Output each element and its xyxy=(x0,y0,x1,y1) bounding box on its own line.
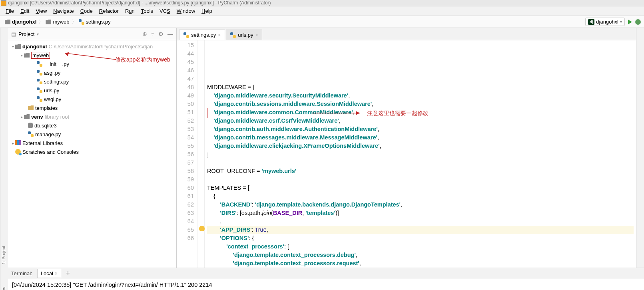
chevron-down-icon: ▾ xyxy=(620,20,622,24)
breadcrumb-package[interactable]: myweb xyxy=(44,18,71,26)
tree-file-manage[interactable]: manage.py xyxy=(8,130,176,139)
run-config-label: djangohxl xyxy=(596,19,618,25)
highlight-box xyxy=(207,108,308,118)
python-icon xyxy=(37,87,42,93)
close-icon[interactable]: × xyxy=(218,32,221,38)
breadcrumb-project[interactable]: djangohxl xyxy=(3,18,38,26)
tree-file[interactable]: asgi.py xyxy=(8,68,176,77)
terminal-output[interactable]: [04/Jun/2024 15:20:35] "GET /admin/login… xyxy=(8,279,644,290)
python-icon xyxy=(28,131,34,137)
chevron-icon: 〉 xyxy=(72,19,76,25)
run-config-selector[interactable]: dj djangohxl ▾ xyxy=(585,18,625,26)
project-panel: ▤ Project ▾ ⊕ ÷ ⚙ — ▾djangohxlC:\Users\A… xyxy=(8,28,177,268)
folder-icon xyxy=(15,44,21,49)
python-icon xyxy=(79,19,84,25)
python-icon xyxy=(37,70,42,75)
chevron-down-icon[interactable]: ▾ xyxy=(37,32,39,36)
menu-navigate[interactable]: Navigate xyxy=(50,7,77,15)
python-icon xyxy=(230,32,236,38)
chevron-down-icon[interactable]: ▾ xyxy=(10,44,15,49)
tree-file[interactable]: urls.py xyxy=(8,86,176,95)
project-tree: ▾djangohxlC:\Users\Administrator\Pycharm… xyxy=(8,40,176,268)
tab-settings[interactable]: settings.py× xyxy=(179,30,225,40)
editor-area: settings.py× urls.py× 154445464748495051… xyxy=(177,28,636,268)
folder-icon xyxy=(46,20,51,24)
code-editor[interactable]: 1544454647484950515253545556575859606162… xyxy=(177,40,636,268)
folder-icon xyxy=(24,114,30,119)
python-icon xyxy=(37,61,42,67)
library-icon xyxy=(15,140,21,146)
database-icon xyxy=(28,123,33,128)
expand-icon[interactable]: ÷ xyxy=(151,31,154,37)
tree-external-libs[interactable]: ▸External Libraries xyxy=(8,139,176,147)
debug-button[interactable] xyxy=(635,19,641,25)
navigation-bar: djangohxl 〉 myweb 〉 settings.py dj djang… xyxy=(0,16,644,28)
project-view-icon: ▤ xyxy=(11,31,16,37)
line-number-gutter: 1544454647484950515253545556575859606162… xyxy=(177,40,197,268)
terminal-tab-local[interactable]: Local× xyxy=(37,269,61,278)
tab-label: settings.py xyxy=(191,32,216,38)
tab-urls[interactable]: urls.py× xyxy=(226,30,262,40)
annotation-text: 注意这里也需要一起修改 xyxy=(367,109,429,117)
app-icon xyxy=(1,0,6,6)
tree-file[interactable]: settings.py xyxy=(8,77,176,86)
terminal-panel: Terminal: Local× + [04/Jun/2024 15:20:35… xyxy=(8,268,644,290)
tree-file[interactable]: wsgi.py xyxy=(8,95,176,103)
folder-label: myweb xyxy=(31,52,50,59)
menu-bar: File Edit View Navigate Code Refactor Ru… xyxy=(0,6,644,16)
menu-code[interactable]: Code xyxy=(77,7,96,15)
right-tool-strip[interactable] xyxy=(636,28,644,268)
menu-edit[interactable]: Edit xyxy=(17,7,32,15)
tree-scratches[interactable]: Scratches and Consoles xyxy=(8,147,176,156)
annotation-text: 修改app名称为myweb xyxy=(115,56,170,64)
editor-tabs: settings.py× urls.py× xyxy=(177,28,636,40)
menu-tools[interactable]: Tools xyxy=(138,7,156,15)
gear-icon[interactable]: ⚙ xyxy=(158,31,163,37)
tab-label: urls.py xyxy=(238,32,253,38)
left-tool-strip[interactable]: 1: Project xyxy=(0,28,8,268)
python-icon xyxy=(37,79,42,84)
tree-file-db[interactable]: db.sqlite3 xyxy=(8,121,176,130)
chevron-right-icon[interactable]: ▸ xyxy=(10,141,15,145)
locate-icon[interactable]: ⊕ xyxy=(142,31,147,37)
menu-vcs[interactable]: VCS xyxy=(156,7,173,15)
menu-window[interactable]: Window xyxy=(173,7,198,15)
code-body[interactable]: 注意这里也需要一起修改 MIDDLEWARE = [ 'django.middl… xyxy=(205,40,636,268)
chevron-down-icon[interactable]: ▾ xyxy=(19,53,24,58)
fold-gutter[interactable] xyxy=(197,40,205,268)
favorites-tool-tab[interactable]: orites xyxy=(0,268,8,290)
bulb-icon[interactable] xyxy=(199,226,205,231)
python-icon xyxy=(37,96,42,102)
django-icon: dj xyxy=(588,19,594,25)
chevron-right-icon[interactable]: ▸ xyxy=(19,115,24,119)
tree-folder-venv[interactable]: ▸venvlibrary root xyxy=(8,112,176,121)
tree-root[interactable]: ▾djangohxlC:\Users\Administrator\Pycharm… xyxy=(8,42,176,51)
menu-help[interactable]: Help xyxy=(198,7,215,15)
menu-run[interactable]: Run xyxy=(122,7,138,15)
chevron-icon: 〉 xyxy=(39,19,43,25)
menu-refactor[interactable]: Refactor xyxy=(96,7,122,15)
close-icon[interactable]: × xyxy=(55,271,58,276)
project-tool-tab[interactable]: 1: Project xyxy=(1,31,6,264)
breadcrumb-file[interactable]: settings.py xyxy=(77,18,112,26)
folder-icon xyxy=(28,105,34,110)
run-button[interactable] xyxy=(628,20,632,24)
window-title: djangohxl [C:\Users\Administrator\Pychar… xyxy=(0,0,644,6)
project-panel-header: ▤ Project ▾ ⊕ ÷ ⚙ — xyxy=(8,28,176,40)
menu-view[interactable]: View xyxy=(32,7,50,15)
menu-file[interactable]: File xyxy=(2,7,17,15)
hide-button[interactable]: — xyxy=(167,31,173,37)
python-icon xyxy=(183,32,189,38)
tree-folder-templates[interactable]: templates xyxy=(8,103,176,112)
breadcrumb: djangohxl 〉 myweb 〉 settings.py xyxy=(3,18,112,26)
folder-icon xyxy=(5,20,10,24)
terminal-title: Terminal: xyxy=(11,270,32,276)
close-icon[interactable]: × xyxy=(255,32,258,38)
scratch-icon xyxy=(15,149,21,155)
add-terminal-button[interactable]: + xyxy=(66,269,70,278)
project-panel-title: Project xyxy=(18,31,34,37)
folder-icon xyxy=(24,53,30,58)
